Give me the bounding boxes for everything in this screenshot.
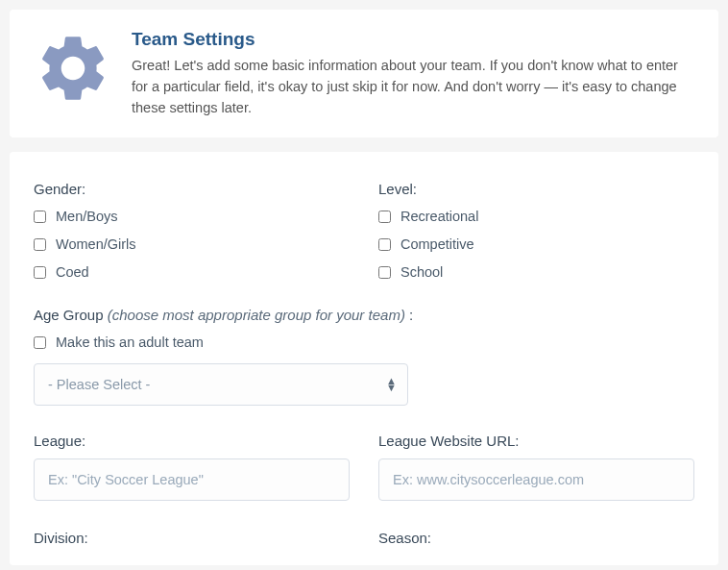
checkbox-label[interactable]: Make this an adult team [56,335,204,350]
page-description: Great! Let's add some basic information … [132,56,694,118]
page-title: Team Settings [132,29,694,50]
age-group-label: Age Group (choose most appropriate group… [34,307,694,323]
adult-team-option[interactable]: Make this an adult team [34,335,694,350]
gender-label: Gender: [34,181,350,197]
level-option-competitive[interactable]: Competitive [378,236,694,252]
gear-icon [34,29,112,108]
league-group: League: [34,433,350,501]
league-url-input[interactable] [378,458,694,501]
form-card: Gender: Men/Boys Women/Girls Coed Level: [10,152,718,565]
checkbox-women-girls[interactable] [34,238,46,251]
header-content: Team Settings Great! Let's add some basi… [132,29,694,118]
checkbox-men-boys[interactable] [34,211,46,223]
checkbox-label[interactable]: Recreational [400,209,478,224]
gender-group: Gender: Men/Boys Women/Girls Coed [34,181,350,280]
level-label: Level: [378,181,694,197]
division-label: Division: [34,530,350,546]
season-group: Season: [378,530,694,556]
league-input[interactable] [34,458,350,501]
checkbox-recreational[interactable] [378,211,391,223]
checkbox-label[interactable]: Men/Boys [56,209,117,224]
gender-option-coed[interactable]: Coed [34,264,350,280]
checkbox-label[interactable]: Women/Girls [56,236,136,252]
season-label: Season: [378,530,694,546]
checkbox-competitive[interactable] [378,238,391,251]
league-label: League: [34,433,350,449]
checkbox-label[interactable]: School [400,264,443,280]
age-group-section: Age Group (choose most appropriate group… [34,307,694,406]
league-url-group: League Website URL: [378,433,694,501]
header-card: Team Settings Great! Let's add some basi… [10,10,718,137]
checkbox-adult-team[interactable] [34,336,46,349]
level-group: Level: Recreational Competitive School [378,181,694,280]
level-option-recreational[interactable]: Recreational [378,209,694,224]
division-group: Division: [34,530,350,556]
gender-option-women[interactable]: Women/Girls [34,236,350,252]
checkbox-label[interactable]: Coed [56,264,89,280]
age-group-select[interactable]: - Please Select - [34,363,408,406]
checkbox-school[interactable] [378,266,391,279]
league-url-label: League Website URL: [378,433,694,449]
checkbox-coed[interactable] [34,266,46,279]
level-option-school[interactable]: School [378,264,694,280]
gender-option-men[interactable]: Men/Boys [34,209,350,224]
checkbox-label[interactable]: Competitive [400,236,474,252]
